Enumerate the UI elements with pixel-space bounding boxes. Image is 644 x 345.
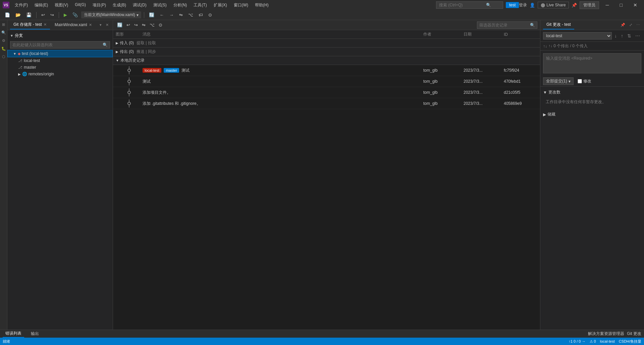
status-encoding[interactable]: CSDH/鱼挂显	[619, 339, 641, 344]
menu-debug[interactable]: 调试(D)	[129, 1, 150, 9]
branch-filter[interactable]: 🔍	[10, 41, 110, 49]
run-btn[interactable]: ▶	[62, 12, 69, 18]
menu-extensions[interactable]: 扩展(X)	[210, 1, 230, 9]
maximize-button[interactable]: □	[616, 0, 627, 10]
history-filter[interactable]: 🔍	[477, 21, 537, 29]
git-diff-btn[interactable]: ⊙	[206, 12, 214, 18]
sidebar-debug-icon[interactable]: 🐛	[1, 46, 7, 52]
branch-section-header[interactable]: ▼ 分支	[7, 31, 113, 40]
changes-tab[interactable]: Git 更改 - test	[543, 20, 574, 29]
login-button[interactable]: 登录	[519, 2, 527, 8]
history-back-btn[interactable]: ↩	[125, 22, 131, 28]
col-date-header: 日期	[464, 31, 504, 37]
more-actions-btn[interactable]: ⋯	[634, 32, 641, 39]
repo-panel-actions: ▾ ✕	[98, 22, 110, 28]
out-section-header[interactable]: ▶ 传出 (0) 推送 | 同步	[113, 48, 540, 56]
history-circle-btn[interactable]: ⊙	[157, 22, 164, 28]
menu-build[interactable]: 生成(B)	[109, 1, 129, 9]
search-input[interactable]	[439, 3, 486, 7]
changes-pin-btn[interactable]: 📌	[619, 22, 627, 28]
git-tag-btn[interactable]: 🏷	[197, 12, 205, 18]
stash-section-header[interactable]: ▶ 储藏	[540, 110, 644, 119]
git-forward-btn[interactable]: →	[167, 12, 176, 18]
attach-btn[interactable]: 📎	[70, 12, 80, 18]
open-btn[interactable]: 📂	[13, 12, 23, 18]
save-btn[interactable]: 💾	[24, 12, 34, 18]
redo-btn[interactable]: ↪	[48, 12, 56, 18]
master-branch[interactable]: ⎇ master	[7, 64, 113, 71]
repo-collapse-btn[interactable]: ▾	[98, 22, 103, 28]
search-bar[interactable]: 🔍	[436, 1, 503, 9]
sidebar-ext-icon[interactable]: ⬡	[1, 54, 7, 60]
solution-manager-btn[interactable]: 解决方案资源管理器	[588, 331, 624, 337]
menu-help[interactable]: 帮助(H)	[252, 1, 272, 9]
git-action-btn[interactable]: ⇋	[177, 12, 185, 18]
sidebar-settings-icon[interactable]: ⚙	[1, 38, 7, 44]
svg-text:VS: VS	[4, 3, 8, 7]
repo-tab-xaml[interactable]: MainWindow.xaml ✕	[51, 21, 95, 29]
status-line-col[interactable]: ↑1 0 / 0 →	[569, 339, 585, 343]
changes-more-btn[interactable]: ⋯	[635, 22, 641, 28]
local-test-branch[interactable]: ⎇ local-test	[7, 57, 113, 64]
remotes-folder[interactable]: ▶ 🌐 remotes/origin	[7, 71, 113, 77]
status-branch[interactable]: local-test	[600, 339, 615, 343]
menu-edit[interactable]: 编辑(E)	[31, 1, 51, 9]
new-file-btn[interactable]: 📄	[3, 12, 12, 18]
commit-row[interactable]: 添加 .gitattributes 和 .gitignore。 tom_glb …	[113, 98, 540, 109]
menu-analyze[interactable]: 分析(N)	[170, 1, 191, 9]
status-errors[interactable]: ⚠ 0	[590, 339, 596, 344]
push-down-btn[interactable]: ↑	[620, 32, 625, 39]
commit-all-dropdown[interactable]: ▾	[569, 79, 571, 84]
history-refresh-btn[interactable]: 🔄	[116, 22, 124, 28]
local-section-header[interactable]: ▼ 本地历史记录	[113, 56, 540, 65]
history-branch-btn[interactable]: ⇋	[141, 22, 147, 28]
xaml-tab-close[interactable]: ✕	[89, 23, 92, 27]
errors-tab[interactable]: 错误列表	[3, 330, 24, 338]
sidebar-search-icon[interactable]: 🔍	[1, 29, 7, 36]
git-branch-btn[interactable]: ⌥	[186, 12, 195, 18]
commit-row[interactable]: 测试 tom_glb 2023/7/3... 470febd1	[113, 76, 540, 87]
menu-file[interactable]: 文件(F)	[11, 1, 31, 9]
menu-window[interactable]: 窗口(W)	[230, 1, 252, 9]
amend-check[interactable]	[578, 79, 582, 83]
output-tab[interactable]: 输出	[28, 330, 42, 337]
repo-tab-close[interactable]: ✕	[44, 22, 47, 26]
menu-tools[interactable]: 工具(T)	[190, 1, 210, 9]
commit-message-input[interactable]	[543, 53, 641, 73]
live-share-button[interactable]: ⬤ Live Share	[538, 2, 569, 8]
branch-filter-input[interactable]	[12, 43, 103, 47]
menu-view[interactable]: 视图(V)	[51, 1, 71, 9]
git-changes-bottom-btn[interactable]: Git 更改	[627, 331, 641, 337]
status-ready[interactable]: 就绪	[3, 339, 10, 344]
history-forward-btn[interactable]: ↪	[133, 22, 139, 28]
changes-section-header[interactable]: ▼ 更改数	[540, 88, 644, 96]
current-doc-selector[interactable]: 当前文档(MainWindow.xaml) ▾	[81, 11, 141, 18]
sync-btn[interactable]: ⇅	[626, 32, 633, 39]
repo-item[interactable]: ▼ ◆ test (local-test)	[7, 50, 113, 57]
menu-test[interactable]: 测试(S)	[150, 1, 170, 9]
commit-row[interactable]: 添加项目文件。 tom_glb 2023/7/3... d21c05f5	[113, 87, 540, 98]
sidebar-git-icon[interactable]: ⊞	[1, 21, 7, 27]
stats-arrow[interactable]: ↑↓	[543, 44, 547, 49]
menu-git[interactable]: Git(G)	[71, 1, 89, 9]
close-button[interactable]: ✕	[629, 0, 641, 10]
git-refresh-btn[interactable]: 🔄	[147, 12, 156, 18]
history-tag-btn[interactable]: ⌥	[148, 22, 156, 28]
history-filter-input[interactable]	[479, 23, 530, 27]
repo-expand-btn[interactable]: ✕	[104, 22, 110, 28]
master-label: master	[24, 65, 36, 70]
fetch-btn[interactable]: ↓	[613, 32, 618, 39]
minimize-button[interactable]: ─	[602, 0, 613, 10]
menu-project[interactable]: 项目(P)	[89, 1, 109, 9]
admin-button[interactable]: 管理员	[580, 1, 599, 9]
commit-author-4: tom_glb	[423, 101, 464, 106]
git-back-btn[interactable]: ←	[158, 12, 166, 18]
commit-row[interactable]: local-test master 测试 tom_glb 2023/7/3...…	[113, 65, 540, 76]
branch-select[interactable]: local-test	[543, 32, 612, 40]
push-section-header[interactable]: ▶ 传入 (0) 提取 | 拉取	[113, 39, 540, 48]
commit-all-button[interactable]: 全部提交(1) ▾	[543, 77, 574, 85]
undo-btn[interactable]: ↩	[39, 12, 47, 18]
repo-tab-git[interactable]: Git 存储库 - test ✕	[10, 20, 50, 29]
amend-checkbox[interactable]: 修改	[578, 78, 591, 84]
changes-expand-btn[interactable]: ⤢	[628, 22, 634, 28]
